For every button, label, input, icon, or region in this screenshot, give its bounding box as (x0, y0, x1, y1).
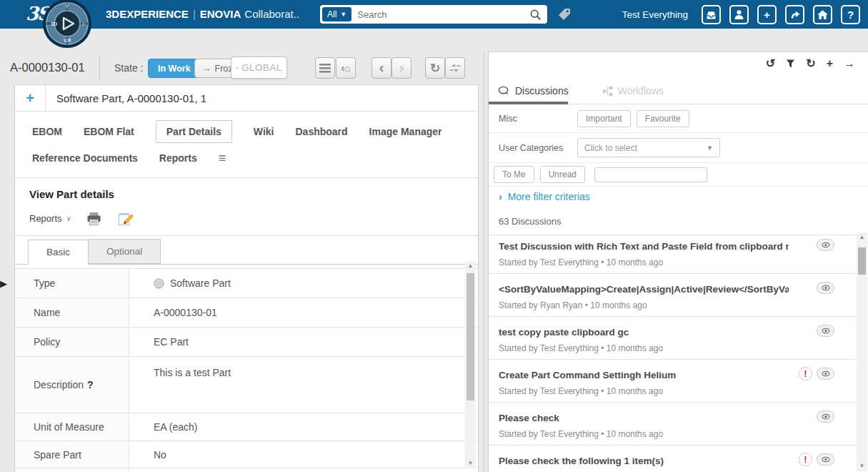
subtab-optional[interactable]: Optional (89, 239, 161, 264)
filter-text-input[interactable] (594, 167, 707, 182)
table-row-partial (15, 468, 478, 472)
state-in-work-button[interactable]: In Work (148, 59, 201, 78)
scroll-up-icon[interactable]: ▲ (859, 232, 865, 242)
reports-dropdown[interactable]: Reports ∨ (29, 213, 71, 224)
favourite-filter-button[interactable]: Favourite (637, 110, 689, 127)
tab-ebom-flat[interactable]: EBOM Flat (84, 126, 134, 137)
tab-ebom[interactable]: EBOM (32, 126, 62, 137)
more-tabs-icon[interactable]: ≡ (219, 152, 226, 164)
scrollbar-thumb[interactable] (467, 273, 474, 400)
home-button[interactable] (813, 5, 832, 24)
watch-button[interactable] (817, 282, 834, 294)
share-button[interactable] (785, 5, 804, 24)
discussion-meta: Started by Test Everything • 10 months a… (499, 429, 789, 439)
print-button[interactable] (86, 211, 102, 227)
edit-button[interactable] (116, 211, 133, 227)
help-icon[interactable]: ? (87, 379, 94, 390)
inbox-button[interactable] (702, 5, 721, 24)
tab-workflows[interactable]: Workflows (602, 85, 664, 97)
watch-button[interactable] (817, 453, 834, 466)
add-icon[interactable]: + (827, 58, 833, 69)
watch-button[interactable] (817, 239, 834, 251)
filter-icon[interactable] (786, 59, 795, 69)
user-categories-select[interactable]: Click to select ▼ (577, 138, 720, 157)
subtab-basic[interactable]: Basic (28, 240, 89, 265)
tab-image-manager[interactable]: Image Manager (369, 126, 442, 137)
discussions-scrollbar[interactable]: ▲ ▼ (857, 232, 867, 471)
filter-row-misc: Misc Important Favourite (489, 104, 868, 133)
more-filters-link[interactable]: › More filter criterias (489, 187, 868, 207)
panel-expand-handle[interactable]: ▶ (0, 278, 7, 289)
side-panel: ↺ ↻ + → Discussions Workflows Misc Impor… (488, 51, 868, 472)
tab-part-details[interactable]: Part Details (156, 120, 232, 143)
list-item[interactable]: <SortByValueMapping>Create|Assign|Active… (489, 274, 857, 317)
discussion-title: Test Discussion with Rich Text and Paste… (499, 241, 789, 252)
part-title-row: + Software Part, A-0000130-01, 1 (15, 85, 478, 112)
tab-dashboard[interactable]: Dashboard (295, 126, 347, 137)
part-tabs: EBOM EBOM Flat Part Details Wiki Dashboa… (15, 112, 478, 178)
inbox-icon (705, 9, 717, 21)
table-row: Spare Part No (15, 441, 478, 468)
user-name: Test Everything (622, 9, 688, 20)
important-icon: ! (799, 367, 812, 380)
tag-icon[interactable] (557, 6, 572, 22)
brand-enovia: ENOVIA (200, 8, 241, 20)
scroll-up-icon[interactable]: ▲ (468, 261, 474, 271)
refresh-button[interactable]: ↻ (425, 57, 445, 79)
table-row: Policy EC Part (15, 327, 478, 357)
collaboration-space-badge[interactable]: GLOBAL (231, 56, 287, 79)
field-value: EA (each) (129, 413, 478, 441)
next-button[interactable]: › (391, 57, 411, 79)
watch-button[interactable] (817, 368, 834, 380)
watch-button[interactable] (817, 325, 834, 337)
list-item[interactable]: Please check Started by Test Everything … (489, 403, 857, 446)
add-button[interactable]: + (757, 5, 777, 24)
list-item[interactable]: Please check the following 1 item(s) ! (489, 446, 857, 472)
compass-logo[interactable]: 3D V,R ⚲ i² (41, 0, 93, 52)
collapse-expand-button[interactable] (445, 57, 465, 79)
watch-button[interactable] (817, 410, 834, 423)
tab-reference-documents[interactable]: Reference Documents (32, 152, 138, 164)
scroll-down-icon[interactable]: ▼ (468, 458, 474, 468)
sort-icon (449, 62, 461, 74)
svg-text:V,R: V,R (64, 38, 71, 44)
eye-icon (822, 328, 830, 334)
search-icon[interactable] (529, 9, 542, 21)
back-home-button[interactable]: ‹⌂ (336, 57, 356, 79)
tab-discussions[interactable]: Discussions (498, 85, 569, 97)
expand-plus-icon[interactable]: + (15, 90, 45, 107)
search-scope-dropdown[interactable]: All ▼ (322, 7, 351, 21)
unread-filter-button[interactable]: Unread (540, 166, 585, 183)
tab-wiki[interactable]: Wiki (254, 126, 274, 137)
expand-arrow-icon[interactable]: → (844, 58, 855, 69)
field-label: Type (15, 269, 129, 298)
list-item[interactable]: Test Discussion with Rich Text and Paste… (489, 231, 857, 274)
reports-toolbar: Reports ∨ (15, 202, 478, 236)
scrollbar-thumb[interactable] (858, 247, 866, 275)
refresh-icon[interactable]: ↻ (806, 58, 815, 69)
object-id: A-0000130-01 (10, 61, 85, 74)
previous-button[interactable]: ‹ (371, 57, 391, 79)
promote-arrow-icon: → (202, 64, 211, 74)
tab-reports[interactable]: Reports (159, 152, 197, 164)
to-me-filter-button[interactable]: To Me (494, 166, 534, 183)
list-item[interactable]: Create Part Command Settingh Helium Star… (489, 360, 857, 403)
table-scrollbar[interactable]: ▲ ▼ (465, 261, 476, 468)
chevron-down-icon: ▼ (707, 144, 713, 152)
menu-button[interactable] (315, 57, 335, 79)
workflow-icon (602, 86, 613, 97)
help-button[interactable]: ? (841, 5, 860, 24)
profile-button[interactable] (729, 5, 749, 24)
part-type-icon (154, 278, 164, 289)
eye-icon (822, 456, 830, 463)
important-filter-button[interactable]: Important (577, 110, 631, 127)
history-icon[interactable]: ↺ (766, 58, 775, 69)
discussion-title: Please check the following 1 item(s) (499, 456, 789, 466)
part-panel: + Software Part, A-0000130-01, 1 EBOM EB… (14, 84, 479, 472)
scroll-down-icon[interactable]: ▼ (859, 461, 865, 471)
discussion-title: test copy paste clipboard gc (499, 327, 789, 338)
list-item[interactable]: test copy paste clipboard gc Started by … (489, 317, 857, 360)
discussion-title: <SortByValueMapping>Create|Assign|Active… (499, 284, 789, 295)
search-input[interactable] (351, 9, 529, 20)
home-icon (817, 9, 829, 21)
